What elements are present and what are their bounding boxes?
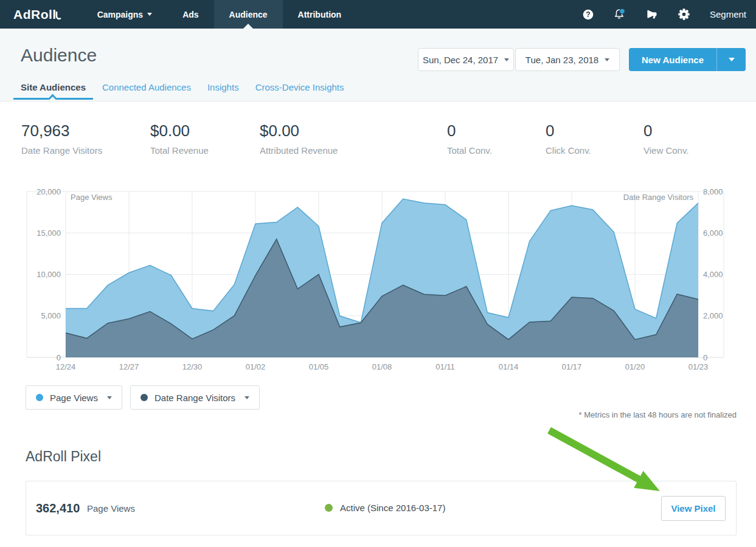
stat-label: Total Revenue <box>150 145 209 156</box>
tab-insights-label: Insights <box>207 82 239 92</box>
date-end-label: Tue, Jan 23, 2018 <box>525 55 598 65</box>
svg-text:01/23: 01/23 <box>688 362 709 371</box>
stat-click-conv: 0 Click Conv. <box>546 122 591 156</box>
view-pixel-button[interactable]: View Pixel <box>661 496 726 521</box>
nav-item-ads[interactable]: Ads <box>167 0 213 29</box>
page-header: Audience Sun, Dec 24, 2017 Tue, Jan 23, … <box>0 29 756 101</box>
svg-text:4,000: 4,000 <box>703 270 723 279</box>
svg-text:2,000: 2,000 <box>703 311 723 320</box>
svg-text:5,000: 5,000 <box>41 311 61 320</box>
adroll-logo[interactable]: AdRoll <box>0 0 70 29</box>
svg-text:12/27: 12/27 <box>119 362 139 371</box>
new-audience-dropdown-button[interactable] <box>717 48 746 71</box>
new-audience-button[interactable]: New Audience <box>629 48 717 71</box>
date-range-start[interactable]: Sun, Dec 24, 2017 <box>418 48 514 71</box>
stat-value: 0 <box>546 122 591 140</box>
status-text: Active (Since 2016-03-17) <box>340 503 445 513</box>
notification-dot <box>620 9 625 14</box>
tab-cross-device-insights-label: Cross-Device Insights <box>255 82 344 92</box>
stat-label: Total Conv. <box>447 145 492 156</box>
svg-text:20,000: 20,000 <box>36 187 61 196</box>
pixel-card: 362,410 Page Views Active (Since 2016-03… <box>26 481 737 535</box>
legend-date-range-visitors-dropdown[interactable]: Date Range Visitors <box>130 385 260 410</box>
top-navbar: AdRoll Campaigns Ads Audience Attributio… <box>0 0 756 29</box>
legend-page-views-dropdown[interactable]: Page Views <box>26 385 122 410</box>
segment-link[interactable]: Segment <box>710 9 746 19</box>
stat-view-conv: 0 View Conv. <box>643 122 688 156</box>
tab-site-audiences[interactable]: Site Audiences <box>21 82 86 101</box>
nav-item-audience[interactable]: Audience <box>214 0 283 29</box>
caret-down-icon <box>729 58 735 61</box>
page-title: Audience <box>21 45 97 66</box>
audience-tabs: Site Audiences Connected Audiences Insig… <box>21 82 344 101</box>
traffic-area-chart: 20,00015,00010,0005,00008,0006,0004,0002… <box>24 187 732 373</box>
stat-label: View Conv. <box>643 145 688 156</box>
svg-text:01/05: 01/05 <box>309 362 329 371</box>
pixel-page-views-label: Page Views <box>87 503 135 514</box>
date-range-end[interactable]: Tue, Jan 23, 2018 <box>515 48 620 71</box>
stat-value: 0 <box>447 122 492 140</box>
svg-text:01/11: 01/11 <box>435 362 455 371</box>
svg-text:12/30: 12/30 <box>182 362 203 371</box>
svg-text:?: ? <box>586 10 590 19</box>
tab-site-audiences-label: Site Audiences <box>21 82 86 92</box>
stat-total-revenue: $0.00 Total Revenue <box>150 122 209 156</box>
chart-canvas: 20,00015,00010,0005,00008,0006,0004,0002… <box>24 187 732 373</box>
active-tab-underline <box>13 98 93 100</box>
date-start-label: Sun, Dec 24, 2017 <box>423 55 498 65</box>
logo-curl-icon <box>55 12 61 21</box>
nav-item-campaigns[interactable]: Campaigns <box>82 0 167 29</box>
caret-down-icon <box>605 58 609 61</box>
stat-label: Click Conv. <box>546 145 591 156</box>
nav-item-audience-label: Audience <box>229 10 268 19</box>
page-views-series-dot <box>36 394 43 401</box>
stat-label: Attributed Revenue <box>260 145 338 156</box>
nav-utilities: ? Segment <box>583 0 746 29</box>
nav-item-attribution-label: Attribution <box>298 10 342 19</box>
bell-icon[interactable] <box>614 9 626 20</box>
stat-value: 0 <box>643 122 688 140</box>
new-audience-split-button: New Audience <box>629 48 746 71</box>
stat-value: $0.00 <box>150 122 209 140</box>
svg-text:0: 0 <box>703 353 707 362</box>
stat-attributed-revenue: $0.00 Attributed Revenue <box>260 122 338 156</box>
legend-page-views-label: Page Views <box>50 393 98 403</box>
svg-text:Date Range Visitors: Date Range Visitors <box>623 193 694 202</box>
legend-visitors-label: Date Range Visitors <box>154 393 235 403</box>
adroll-logo-text: AdRoll <box>13 7 57 22</box>
svg-text:Page Views: Page Views <box>71 193 113 202</box>
nav-item-attribution[interactable]: Attribution <box>283 0 357 29</box>
summary-stats-row: 70,963 Date Range Visitors $0.00 Total R… <box>0 122 756 158</box>
tab-insights[interactable]: Insights <box>207 82 239 101</box>
nav-menu: Campaigns Ads Audience Attribution <box>82 0 356 29</box>
megaphone-icon[interactable] <box>646 9 658 20</box>
metrics-footnote: * Metrics in the last 48 hours are not f… <box>579 410 737 419</box>
tab-connected-audiences[interactable]: Connected Audiences <box>102 82 191 101</box>
svg-text:15,000: 15,000 <box>36 229 61 238</box>
caret-down-icon <box>244 396 249 399</box>
visitors-series-dot <box>140 394 148 401</box>
help-icon[interactable]: ? <box>583 9 594 20</box>
chart-legend: Page Views Date Range Visitors <box>26 385 260 410</box>
stat-value: 70,963 <box>21 122 102 140</box>
new-audience-label: New Audience <box>642 55 704 65</box>
stat-date-range-visitors: 70,963 Date Range Visitors <box>21 122 102 156</box>
svg-text:10,000: 10,000 <box>36 270 61 279</box>
adroll-audience-page: { "nav": { "logo": "AdRoll", "items": [ … <box>0 0 756 547</box>
gear-icon[interactable] <box>678 9 690 20</box>
header-controls: Sun, Dec 24, 2017 Tue, Jan 23, 2018 New … <box>418 48 746 71</box>
caret-down-icon <box>107 396 112 399</box>
svg-text:01/20: 01/20 <box>625 362 645 371</box>
pixel-page-views-value: 362,410 <box>36 501 80 515</box>
tab-connected-audiences-label: Connected Audiences <box>102 82 191 92</box>
nav-item-ads-label: Ads <box>182 10 198 19</box>
stat-total-conv: 0 Total Conv. <box>447 122 492 156</box>
nav-item-campaigns-label: Campaigns <box>97 10 143 19</box>
svg-text:01/17: 01/17 <box>562 362 582 371</box>
caret-down-icon <box>504 58 509 61</box>
svg-text:0: 0 <box>57 353 61 362</box>
svg-text:8,000: 8,000 <box>703 187 723 196</box>
pixel-status: Active (Since 2016-03-17) <box>325 503 445 513</box>
stat-value: $0.00 <box>260 122 338 140</box>
tab-cross-device-insights[interactable]: Cross-Device Insights <box>255 82 344 101</box>
